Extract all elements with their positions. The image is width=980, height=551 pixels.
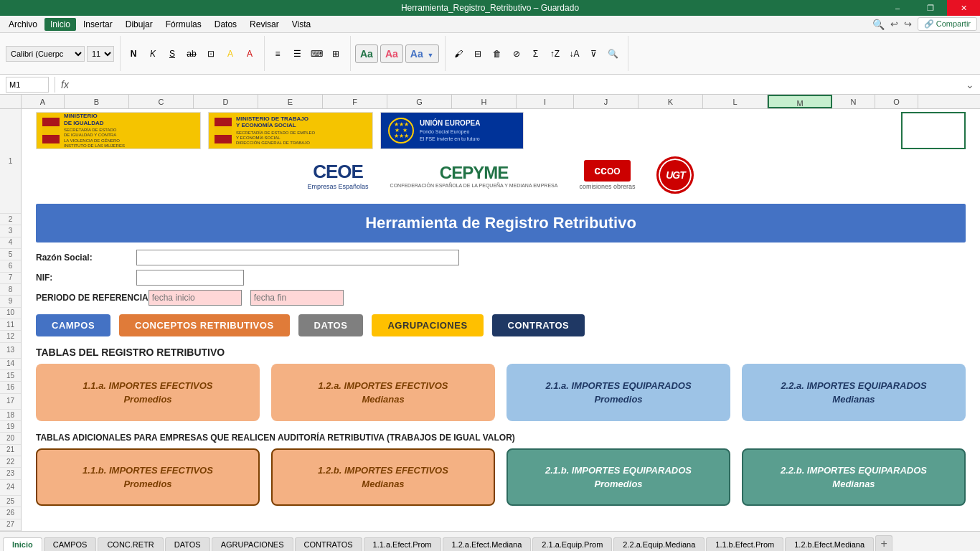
- row-num-18[interactable]: 18: [0, 410, 21, 421]
- row-num-11[interactable]: 11: [0, 319, 21, 331]
- clear-button[interactable]: ⊘: [508, 46, 525, 62]
- row-num-21[interactable]: 21: [0, 445, 21, 456]
- col-header-d[interactable]: D: [194, 95, 258, 108]
- razon-social-input[interactable]: [136, 250, 459, 265]
- font-color-button[interactable]: A: [241, 46, 258, 62]
- sort-desc-button[interactable]: ↓A: [566, 46, 583, 62]
- tab-1-2b-efect-mediana[interactable]: 1.2.b.Efect.Mediana: [785, 537, 874, 551]
- undo-icon[interactable]: ↩: [890, 19, 898, 29]
- border-button[interactable]: ⊡: [202, 46, 220, 62]
- col-header-k[interactable]: K: [639, 95, 703, 108]
- aa-pink-button[interactable]: Aa: [380, 44, 403, 63]
- agrupaciones-button[interactable]: AGRUPACIONES: [372, 314, 483, 336]
- minimize-button[interactable]: –: [881, 0, 914, 16]
- sort-asc-button[interactable]: ↑Z: [547, 46, 564, 62]
- row-num-9[interactable]: 9: [0, 296, 21, 307]
- wrap-button[interactable]: ⌨: [308, 46, 325, 62]
- row-num-22[interactable]: 22: [0, 456, 21, 468]
- row-num-23[interactable]: 23: [0, 468, 21, 479]
- menu-vista[interactable]: Vista: [286, 18, 316, 31]
- tab-contratos[interactable]: CONTRATOS: [295, 537, 362, 551]
- tab-1-2a-efect-mediana[interactable]: 1.2.a.Efect.Mediana: [443, 537, 532, 551]
- col-header-n[interactable]: N: [832, 95, 875, 108]
- row-num-7[interactable]: 7: [0, 273, 21, 284]
- redo-icon[interactable]: ↪: [904, 19, 912, 29]
- tab-2-2a-equip-mediana[interactable]: 2.2.a.Equip.Mediana: [613, 537, 705, 551]
- menu-revisar[interactable]: Revisar: [244, 18, 285, 31]
- find-button[interactable]: 🔍: [605, 46, 622, 62]
- col-header-h[interactable]: H: [452, 95, 517, 108]
- align-center-button[interactable]: ☰: [288, 46, 306, 62]
- underline-button[interactable]: S: [164, 46, 181, 62]
- menu-dibujar[interactable]: Dibujar: [120, 18, 159, 31]
- aa-green-button[interactable]: Aa: [355, 44, 378, 63]
- strikethrough-button[interactable]: ab: [183, 46, 200, 62]
- row-num-17[interactable]: 17: [0, 394, 21, 410]
- sum-button[interactable]: Σ: [527, 46, 545, 62]
- col-header-m[interactable]: M: [768, 95, 832, 108]
- fecha-fin-input[interactable]: [250, 290, 344, 306]
- fill-color-button[interactable]: A: [222, 46, 239, 62]
- bold-button[interactable]: N: [125, 46, 142, 62]
- filter-button[interactable]: ⊽: [585, 46, 603, 62]
- copy-format-button[interactable]: 🖌: [450, 46, 467, 62]
- row-num-6[interactable]: 6: [0, 260, 21, 272]
- table-card-1-2b[interactable]: 1.2.b. IMPORTES EFECTIVOSMedianas: [271, 448, 495, 506]
- tab-2-1a-equip-prom[interactable]: 2.1.a.Equip.Prom: [532, 537, 612, 551]
- tab-1-1b-efect-prom[interactable]: 1.1.b.Efect.Prom: [706, 537, 783, 551]
- tab-campos[interactable]: CAMPOS: [44, 537, 97, 551]
- formula-input[interactable]: [81, 80, 960, 90]
- row-num-1[interactable]: 1: [0, 109, 21, 214]
- menu-formulas[interactable]: Fórmulas: [160, 18, 207, 31]
- row-num-20[interactable]: 20: [0, 433, 21, 444]
- contratos-button[interactable]: CONTRATOS: [492, 314, 585, 336]
- table-card-2-2a[interactable]: 2.2.a. IMPORTES EQUIPARADOSMedianas: [742, 364, 966, 421]
- col-header-g[interactable]: G: [387, 95, 452, 108]
- menu-datos[interactable]: Datos: [209, 18, 242, 31]
- merge-button[interactable]: ⊞: [327, 46, 344, 62]
- row-num-27[interactable]: 27: [0, 519, 21, 531]
- row-num-10[interactable]: 10: [0, 308, 21, 319]
- row-num-12[interactable]: 12: [0, 331, 21, 342]
- col-header-c[interactable]: C: [129, 95, 194, 108]
- row-num-5[interactable]: 5: [0, 249, 21, 260]
- fecha-inicio-input[interactable]: [149, 290, 242, 306]
- datos-button[interactable]: DATOS: [298, 314, 364, 336]
- aa-blue-button[interactable]: Aa ▼: [405, 44, 439, 63]
- font-family-select[interactable]: Calibri (Cuerpc: [6, 46, 85, 62]
- col-header-o[interactable]: O: [875, 95, 918, 108]
- col-header-b[interactable]: B: [65, 95, 129, 108]
- tab-conc-retr[interactable]: CONC.RETR: [98, 537, 163, 551]
- table-card-2-1a[interactable]: 2.1.a. IMPORTES EQUIPARADOSPromedios: [507, 364, 730, 421]
- border2-button[interactable]: ⊟: [469, 46, 486, 62]
- col-header-a[interactable]: A: [22, 95, 65, 108]
- row-num-3[interactable]: 3: [0, 225, 21, 237]
- color-fill2-button[interactable]: 🗑: [489, 46, 506, 62]
- campos-button[interactable]: CAMPOS: [36, 314, 110, 336]
- menu-insertar[interactable]: Insertar: [77, 18, 118, 31]
- row-num-13[interactable]: 13: [0, 343, 21, 359]
- table-card-1-1a[interactable]: 1.1.a. IMPORTES EFECTIVOSPromedios: [36, 364, 260, 421]
- align-left-button[interactable]: ≡: [269, 46, 286, 62]
- row-num-8[interactable]: 8: [0, 284, 21, 296]
- table-card-1-2a[interactable]: 1.2.a. IMPORTES EFECTIVOSMedianas: [271, 364, 495, 421]
- italic-button[interactable]: K: [144, 46, 161, 62]
- tab-agrupaciones[interactable]: AGRUPACIONES: [212, 537, 293, 551]
- share-button[interactable]: 🔗 Compartir: [918, 17, 977, 31]
- row-num-26[interactable]: 26: [0, 507, 21, 519]
- font-size-select[interactable]: 11: [87, 46, 114, 62]
- table-card-2-1b[interactable]: 2.1.b. IMPORTES EQUIPARADOSPromedios: [507, 448, 730, 506]
- tab-1-1a-efect-prom[interactable]: 1.1.a.Efect.Prom: [364, 537, 441, 551]
- conceptos-retributivos-button[interactable]: CONCEPTOS RETRIBUTIVOS: [119, 314, 290, 336]
- tab-datos[interactable]: DATOS: [165, 537, 210, 551]
- col-header-f[interactable]: F: [323, 95, 387, 108]
- selected-cell-m1[interactable]: [901, 112, 966, 149]
- menu-archivo[interactable]: Archivo: [3, 18, 43, 31]
- col-header-j[interactable]: J: [574, 95, 639, 108]
- row-num-15[interactable]: 15: [0, 370, 21, 382]
- table-card-1-1b[interactable]: 1.1.b. IMPORTES EFECTIVOSPromedios: [36, 448, 260, 506]
- col-header-l[interactable]: L: [703, 95, 768, 108]
- close-button[interactable]: ✕: [947, 0, 980, 16]
- nif-input[interactable]: [136, 270, 244, 286]
- tab-inicio[interactable]: Inicio: [3, 537, 42, 551]
